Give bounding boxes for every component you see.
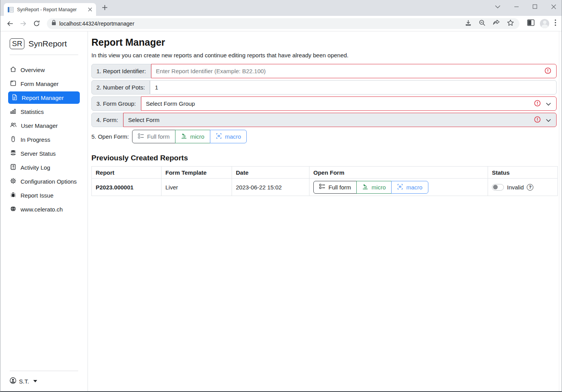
micro-button[interactable]: micro [175, 130, 210, 143]
number-of-pots-label: 2. Number of Pots: [91, 80, 150, 95]
bug-icon [10, 192, 16, 199]
open-form-buttons: Full form micro macro [132, 130, 247, 143]
form-selected-value: Select Form [128, 117, 160, 123]
sidebar-item-activity-log[interactable]: Activity Log [8, 161, 80, 174]
number-of-pots-input[interactable] [155, 84, 541, 91]
browser-toolbar: localhost:44324/reportmanager [0, 16, 562, 31]
minimize-button[interactable] [511, 2, 521, 12]
status-label: Invalid [507, 184, 524, 191]
form-label: 4. Form: [91, 113, 123, 127]
download-icon[interactable] [465, 19, 472, 28]
profile-avatar[interactable] [540, 19, 549, 28]
row-open-form-buttons: Full form micro macro [313, 181, 428, 194]
form-group-group: 3. Form Group: Select Form Group [91, 96, 557, 111]
status-toggle[interactable] [492, 184, 504, 191]
form-select[interactable]: Select Form [123, 113, 557, 127]
browser-tab[interactable]: SynReport - Report Manager [4, 3, 96, 16]
sidebar-item-overview[interactable]: Overview [8, 64, 80, 76]
number-of-pots-field-wrap [150, 80, 557, 95]
sidebar-item-server-status[interactable]: Server Status [8, 147, 80, 160]
scrollbar-track[interactable] [559, 31, 559, 391]
page-title: Report Manager [91, 37, 557, 48]
form-template-cell: Liver [162, 179, 232, 196]
address-bar[interactable]: localhost:44324/reportmanager [47, 18, 519, 29]
side-panel-icon[interactable] [527, 19, 535, 28]
full-form-button[interactable]: Full form [132, 130, 175, 143]
row-micro-button[interactable]: micro [356, 181, 392, 194]
new-tab-button[interactable] [102, 5, 108, 12]
share-icon[interactable] [493, 19, 500, 28]
number-of-pots-group: 2. Number of Pots: [91, 80, 557, 95]
main-content: Report Manager In this view you can crea… [88, 31, 562, 391]
app-name: SynReport [28, 39, 67, 48]
col-open-form: Open Form [309, 167, 488, 179]
home-icon [10, 66, 16, 74]
question-circle-icon[interactable]: ? [527, 184, 533, 191]
browser-window: SynReport - Report Manager [0, 0, 562, 392]
row-full-form-button[interactable]: Full form [313, 181, 357, 194]
close-window-button[interactable] [548, 2, 559, 12]
sidebar-bottom-divider [10, 371, 78, 371]
col-date: Date [232, 167, 309, 179]
tab-strip: SynReport - Report Manager [0, 0, 562, 16]
table-header-row: Report Form Template Date Open Form Stat… [92, 167, 558, 179]
person-circle-icon [10, 377, 16, 385]
form-group-selected-value: Select Form Group [146, 100, 195, 107]
mouse-icon [10, 136, 16, 143]
tab-search-chevron-icon[interactable] [493, 2, 503, 12]
microscope-icon [181, 133, 187, 140]
menu-dots-icon[interactable] [555, 19, 556, 28]
open-form-row: 5. Open Form: Full form micro macro [91, 130, 557, 143]
sidebar-item-website[interactable]: www.celerato.ch [8, 203, 80, 215]
bookmark-star-icon[interactable] [507, 19, 514, 28]
macro-scan-icon [216, 133, 222, 140]
error-icon [534, 100, 541, 108]
chevron-down-icon [546, 100, 551, 107]
reports-table: Report Form Template Date Open Form Stat… [91, 166, 558, 196]
app-brand: SR SynReport [0, 35, 88, 55]
sidebar-item-statistics[interactable]: Statistics [8, 105, 80, 118]
open-form-cell: Full form micro macro [309, 179, 488, 196]
app-logo: SR [10, 38, 24, 49]
previous-reports-title: Previously Created Reports [91, 154, 557, 162]
error-icon [545, 67, 551, 75]
macro-scan-icon [397, 184, 403, 191]
sidebar-item-in-progress[interactable]: In Progress [8, 133, 80, 146]
report-identifier-group: 1. Report Identifier: [91, 64, 557, 78]
col-report: Report [92, 167, 162, 179]
back-button[interactable] [4, 18, 16, 29]
col-status: Status [488, 167, 558, 179]
reload-button[interactable] [31, 18, 42, 29]
chevron-down-icon [546, 117, 551, 123]
row-macro-button[interactable]: macro [391, 181, 428, 194]
tab-title: SynReport - Report Manager [17, 7, 84, 12]
url-text[interactable]: localhost:44324/reportmanager [59, 21, 462, 27]
status-cell: Invalid ? [488, 179, 558, 196]
sidebar-item-configuration-options[interactable]: Configuration Options [8, 175, 80, 187]
user-menu[interactable]: S.T. [10, 377, 78, 385]
forward-button[interactable] [17, 18, 29, 29]
report-identifier-input[interactable] [156, 68, 541, 74]
database-icon [10, 150, 16, 157]
journal-icon [10, 164, 16, 171]
report-identifier-field-wrap [151, 64, 557, 78]
form-icon [10, 80, 16, 88]
sidebar-item-user-manager[interactable]: User Manager [8, 119, 80, 132]
globe-icon [10, 206, 16, 213]
macro-button[interactable]: macro [210, 130, 247, 143]
form-group: 4. Form: Select Form [91, 113, 557, 127]
sidebar-nav: Overview Form Manager Report Manager Sta… [0, 55, 88, 215]
maximize-button[interactable] [530, 2, 540, 12]
page-description: In this view you can create new reports … [91, 52, 557, 58]
tab-close-icon[interactable] [87, 7, 93, 13]
people-icon [10, 122, 17, 129]
sidebar-item-report-issue[interactable]: Report Issue [8, 189, 80, 201]
zoom-icon[interactable] [479, 19, 486, 28]
sidebar-item-report-manager[interactable]: Report Manager [8, 91, 80, 104]
form-group-select[interactable]: Select Form Group [141, 96, 557, 111]
report-icon [12, 94, 17, 101]
bar-chart-icon [10, 108, 16, 115]
sidebar-item-form-manager[interactable]: Form Manager [8, 77, 80, 90]
table-row: P2023.000001 Liver 2023-06-22 15:02 Full… [92, 179, 558, 196]
error-icon [534, 116, 541, 124]
